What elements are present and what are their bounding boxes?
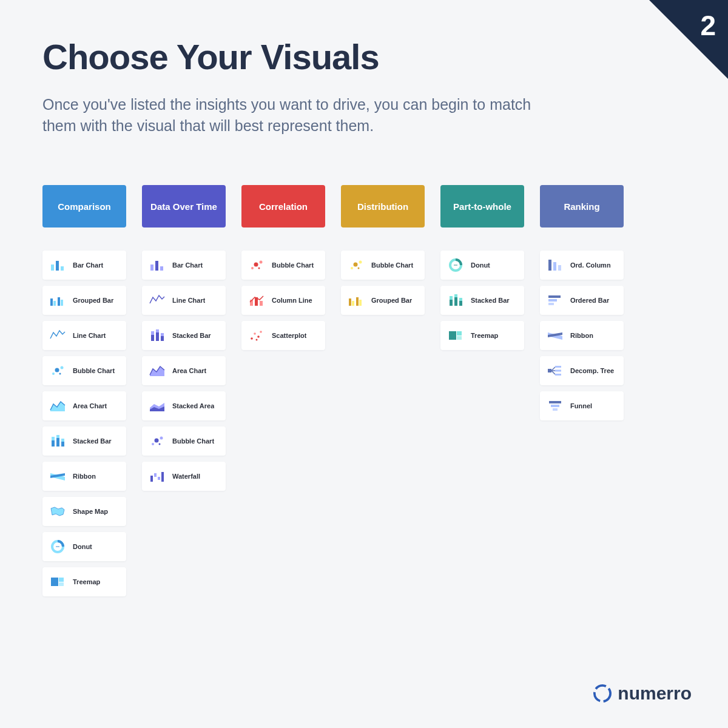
chart-type-label: Treemap bbox=[73, 578, 100, 585]
svg-point-46 bbox=[251, 337, 253, 340]
ordered-bar-icon bbox=[546, 291, 564, 309]
chart-type-label: Scatterplot bbox=[272, 332, 306, 339]
svg-rect-0 bbox=[51, 265, 54, 271]
svg-point-33 bbox=[160, 437, 163, 440]
chart-type-card[interactable]: Line Chart bbox=[42, 321, 126, 350]
chart-type-card[interactable]: Scatterplot bbox=[241, 321, 325, 350]
svg-rect-11 bbox=[52, 440, 55, 447]
svg-point-7 bbox=[52, 372, 55, 375]
svg-rect-66 bbox=[459, 298, 462, 301]
svg-rect-83 bbox=[549, 401, 561, 403]
line-icon bbox=[49, 326, 67, 345]
chart-type-card[interactable]: Grouped Bar bbox=[341, 286, 425, 315]
chart-type-card[interactable]: Stacked Area bbox=[142, 391, 226, 420]
chart-type-label: Treemap bbox=[471, 332, 498, 339]
svg-point-51 bbox=[351, 267, 353, 269]
brand-icon bbox=[593, 684, 612, 703]
svg-rect-28 bbox=[156, 329, 159, 332]
svg-rect-61 bbox=[450, 300, 453, 306]
brand-name: numerro bbox=[618, 683, 692, 704]
chart-type-label: Bubble Chart bbox=[272, 261, 314, 269]
waterfall-icon bbox=[148, 467, 166, 485]
svg-point-41 bbox=[260, 261, 263, 264]
chart-type-label: Stacked Bar bbox=[73, 437, 112, 445]
chart-type-card[interactable]: Grouped Bar bbox=[42, 286, 126, 315]
column-line-icon bbox=[248, 291, 266, 309]
chart-type-card[interactable]: Area Chart bbox=[142, 356, 226, 385]
svg-rect-73 bbox=[548, 295, 561, 298]
chart-type-label: Bubble Chart bbox=[172, 437, 214, 445]
chart-type-card[interactable]: Stacked Bar bbox=[440, 286, 524, 315]
svg-rect-1 bbox=[56, 261, 59, 271]
chart-type-card[interactable]: Stacked Bar bbox=[42, 426, 126, 456]
svg-point-49 bbox=[260, 331, 262, 333]
stacked-bar-icon bbox=[49, 432, 67, 450]
svg-rect-13 bbox=[56, 438, 59, 447]
chart-type-card[interactable]: Stacked Bar bbox=[142, 321, 226, 350]
svg-rect-70 bbox=[548, 260, 551, 271]
chart-type-card[interactable]: Bar Chart bbox=[42, 251, 126, 280]
chart-type-card[interactable]: Donut bbox=[440, 251, 524, 280]
chart-type-card[interactable]: Shape Map bbox=[42, 497, 126, 526]
chart-type-card[interactable]: Ordered Bar bbox=[540, 286, 624, 315]
svg-rect-4 bbox=[53, 301, 56, 306]
chart-type-card[interactable]: Bar Chart bbox=[142, 251, 226, 280]
svg-rect-64 bbox=[454, 294, 457, 297]
category-column: RankingOrd. ColumnOrdered BarRibbonDecom… bbox=[540, 185, 624, 596]
chart-type-card[interactable]: Decomp. Tree bbox=[540, 356, 624, 385]
chart-type-label: Shape Map bbox=[73, 508, 108, 515]
chart-type-card[interactable]: Treemap bbox=[440, 321, 524, 350]
chart-type-card[interactable]: Column Line bbox=[241, 286, 325, 315]
svg-point-50 bbox=[256, 339, 258, 341]
svg-point-31 bbox=[152, 443, 154, 445]
chart-type-label: Grouped Bar bbox=[73, 297, 113, 304]
svg-rect-15 bbox=[61, 442, 64, 447]
svg-point-48 bbox=[257, 335, 260, 338]
chart-type-card[interactable]: Area Chart bbox=[42, 391, 126, 420]
stacked-bar-icon bbox=[148, 326, 166, 345]
category-column: ComparisonBar ChartGrouped BarLine Chart… bbox=[42, 185, 126, 596]
svg-rect-82 bbox=[555, 374, 561, 376]
chart-type-card[interactable]: Ord. Column bbox=[540, 251, 624, 280]
chart-type-label: Line Chart bbox=[172, 297, 205, 304]
chart-type-card[interactable]: Line Chart bbox=[142, 286, 226, 315]
svg-rect-12 bbox=[52, 437, 55, 440]
chart-type-card[interactable]: Donut bbox=[42, 532, 126, 561]
svg-line-77 bbox=[551, 367, 555, 371]
chart-type-card[interactable]: Funnel bbox=[540, 391, 624, 420]
chart-type-label: Stacked Bar bbox=[471, 297, 510, 304]
bubble-icon bbox=[347, 256, 365, 274]
svg-rect-23 bbox=[155, 261, 158, 271]
svg-rect-67 bbox=[449, 331, 456, 340]
svg-point-54 bbox=[358, 268, 360, 269]
page-number: 2 bbox=[700, 9, 716, 42]
svg-rect-22 bbox=[150, 265, 153, 271]
chart-type-card[interactable]: Bubble Chart bbox=[142, 426, 226, 456]
svg-rect-25 bbox=[151, 335, 154, 341]
category-column: DistributionBubble ChartGrouped Bar bbox=[341, 185, 425, 596]
chart-type-label: Ord. Column bbox=[570, 261, 611, 269]
chart-type-card[interactable]: Bubble Chart bbox=[42, 356, 126, 385]
stacked-area-icon bbox=[148, 397, 166, 415]
chart-type-card[interactable]: Ribbon bbox=[42, 462, 126, 491]
svg-rect-2 bbox=[61, 266, 64, 271]
svg-rect-65 bbox=[459, 301, 462, 306]
svg-point-10 bbox=[59, 373, 61, 375]
svg-rect-5 bbox=[58, 297, 60, 306]
map-icon bbox=[49, 502, 67, 521]
scatter-icon bbox=[248, 326, 266, 345]
bubble-icon bbox=[148, 432, 166, 450]
chart-type-label: Waterfall bbox=[172, 473, 200, 480]
chart-type-card[interactable]: Bubble Chart bbox=[241, 251, 325, 280]
chart-type-card[interactable]: Bubble Chart bbox=[341, 251, 425, 280]
donut-icon bbox=[447, 256, 465, 274]
svg-rect-74 bbox=[548, 299, 557, 302]
chart-type-card[interactable]: Waterfall bbox=[142, 462, 226, 491]
chart-type-card[interactable]: Treemap bbox=[42, 567, 126, 596]
page-number-badge: 2 bbox=[649, 0, 728, 79]
chart-type-label: Donut bbox=[73, 543, 92, 550]
svg-rect-80 bbox=[555, 366, 561, 368]
chart-type-card[interactable]: Ribbon bbox=[540, 321, 624, 350]
svg-rect-71 bbox=[553, 262, 556, 271]
category-header: Ranking bbox=[540, 185, 624, 228]
